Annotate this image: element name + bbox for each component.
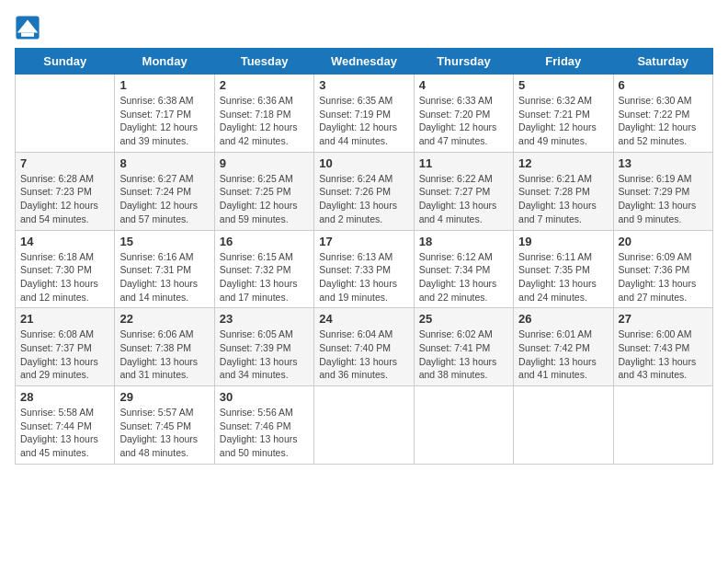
- day-number: 13: [619, 156, 708, 170]
- day-info: Sunrise: 6:15 AM Sunset: 7:32 PM Dayligh…: [220, 250, 309, 304]
- day-cell: 26Sunrise: 6:01 AM Sunset: 7:42 PM Dayli…: [514, 308, 613, 386]
- day-number: 12: [518, 156, 608, 170]
- day-info: Sunrise: 6:04 AM Sunset: 7:40 PM Dayligh…: [319, 327, 408, 382]
- day-cell: 13Sunrise: 6:19 AM Sunset: 7:29 PM Dayli…: [613, 152, 712, 230]
- calendar-body: 1Sunrise: 6:38 AM Sunset: 7:17 PM Daylig…: [16, 75, 713, 465]
- day-cell: 17Sunrise: 6:13 AM Sunset: 7:33 PM Dayli…: [314, 230, 414, 308]
- day-number: 22: [119, 312, 209, 326]
- day-cell: 8Sunrise: 6:27 AM Sunset: 7:24 PM Daylig…: [115, 152, 214, 230]
- day-info: Sunrise: 6:19 AM Sunset: 7:29 PM Dayligh…: [619, 172, 708, 226]
- day-cell: 6Sunrise: 6:30 AM Sunset: 7:22 PM Daylig…: [613, 75, 712, 153]
- day-number: 30: [220, 390, 309, 404]
- day-info: Sunrise: 6:08 AM Sunset: 7:37 PM Dayligh…: [20, 327, 109, 382]
- day-cell: 15Sunrise: 6:16 AM Sunset: 7:31 PM Dayli…: [115, 230, 214, 308]
- day-info: Sunrise: 6:16 AM Sunset: 7:31 PM Dayligh…: [119, 250, 209, 304]
- day-number: 29: [119, 390, 209, 404]
- day-info: Sunrise: 6:24 AM Sunset: 7:26 PM Dayligh…: [319, 172, 408, 226]
- day-info: Sunrise: 6:27 AM Sunset: 7:24 PM Dayligh…: [119, 172, 209, 226]
- day-info: Sunrise: 6:25 AM Sunset: 7:25 PM Dayligh…: [220, 172, 309, 226]
- day-number: 18: [419, 235, 508, 248]
- day-number: 16: [220, 235, 309, 248]
- day-info: Sunrise: 6:06 AM Sunset: 7:38 PM Dayligh…: [119, 327, 209, 382]
- day-cell: 16Sunrise: 6:15 AM Sunset: 7:32 PM Dayli…: [214, 230, 313, 308]
- day-cell: 30Sunrise: 5:56 AM Sunset: 7:46 PM Dayli…: [214, 386, 313, 465]
- day-info: Sunrise: 6:33 AM Sunset: 7:20 PM Dayligh…: [419, 94, 508, 148]
- day-cell: 14Sunrise: 6:18 AM Sunset: 7:30 PM Dayli…: [16, 230, 115, 308]
- day-cell: 11Sunrise: 6:22 AM Sunset: 7:27 PM Dayli…: [414, 152, 513, 230]
- day-cell: [414, 386, 513, 465]
- day-cell: [314, 386, 414, 465]
- day-info: Sunrise: 6:02 AM Sunset: 7:41 PM Dayligh…: [419, 327, 508, 382]
- day-cell: 27Sunrise: 6:00 AM Sunset: 7:43 PM Dayli…: [613, 308, 712, 386]
- day-number: 17: [319, 235, 408, 248]
- day-info: Sunrise: 6:09 AM Sunset: 7:36 PM Dayligh…: [619, 250, 708, 304]
- week-row-2: 7Sunrise: 6:28 AM Sunset: 7:23 PM Daylig…: [16, 152, 713, 230]
- column-header-saturday: Saturday: [613, 49, 712, 75]
- day-cell: 3Sunrise: 6:35 AM Sunset: 7:19 PM Daylig…: [314, 75, 414, 153]
- day-cell: 4Sunrise: 6:33 AM Sunset: 7:20 PM Daylig…: [414, 75, 513, 153]
- day-number: 23: [220, 312, 309, 326]
- day-info: Sunrise: 6:18 AM Sunset: 7:30 PM Dayligh…: [20, 250, 109, 304]
- column-header-wednesday: Wednesday: [314, 49, 414, 75]
- day-info: Sunrise: 5:56 AM Sunset: 7:46 PM Dayligh…: [220, 406, 309, 460]
- day-info: Sunrise: 6:28 AM Sunset: 7:23 PM Dayligh…: [20, 172, 109, 226]
- day-cell: 29Sunrise: 5:57 AM Sunset: 7:45 PM Dayli…: [115, 386, 214, 465]
- week-row-3: 14Sunrise: 6:18 AM Sunset: 7:30 PM Dayli…: [16, 230, 713, 308]
- column-header-friday: Friday: [514, 49, 613, 75]
- day-number: 20: [619, 235, 708, 248]
- day-cell: 9Sunrise: 6:25 AM Sunset: 7:25 PM Daylig…: [214, 152, 313, 230]
- day-cell: 19Sunrise: 6:11 AM Sunset: 7:35 PM Dayli…: [514, 230, 613, 308]
- day-cell: 20Sunrise: 6:09 AM Sunset: 7:36 PM Dayli…: [613, 230, 712, 308]
- day-cell: [514, 386, 613, 465]
- calendar-header: SundayMondayTuesdayWednesdayThursdayFrid…: [16, 49, 713, 75]
- day-cell: 2Sunrise: 6:36 AM Sunset: 7:18 PM Daylig…: [214, 75, 313, 153]
- day-number: 1: [119, 78, 209, 92]
- day-info: Sunrise: 6:21 AM Sunset: 7:28 PM Dayligh…: [518, 172, 608, 226]
- day-info: Sunrise: 6:01 AM Sunset: 7:42 PM Dayligh…: [518, 327, 608, 382]
- day-cell: [16, 75, 115, 153]
- day-cell: 10Sunrise: 6:24 AM Sunset: 7:26 PM Dayli…: [314, 152, 414, 230]
- day-number: 19: [518, 235, 608, 248]
- week-row-4: 21Sunrise: 6:08 AM Sunset: 7:37 PM Dayli…: [16, 308, 713, 386]
- day-number: 21: [20, 312, 109, 326]
- column-header-tuesday: Tuesday: [214, 49, 313, 75]
- day-info: Sunrise: 6:38 AM Sunset: 7:17 PM Dayligh…: [119, 94, 209, 148]
- day-cell: 23Sunrise: 6:05 AM Sunset: 7:39 PM Dayli…: [214, 308, 313, 386]
- day-number: 15: [119, 235, 209, 248]
- page-header: [15, 15, 713, 40]
- day-cell: 21Sunrise: 6:08 AM Sunset: 7:37 PM Dayli…: [16, 308, 115, 386]
- day-cell: 25Sunrise: 6:02 AM Sunset: 7:41 PM Dayli…: [414, 308, 513, 386]
- day-info: Sunrise: 6:12 AM Sunset: 7:34 PM Dayligh…: [419, 250, 508, 304]
- day-number: 3: [319, 78, 408, 92]
- day-cell: 1Sunrise: 6:38 AM Sunset: 7:17 PM Daylig…: [115, 75, 214, 153]
- day-number: 6: [619, 78, 708, 92]
- day-info: Sunrise: 6:13 AM Sunset: 7:33 PM Dayligh…: [319, 250, 408, 304]
- day-info: Sunrise: 6:32 AM Sunset: 7:21 PM Dayligh…: [518, 94, 608, 148]
- logo-icon: [15, 15, 40, 40]
- day-number: 14: [20, 235, 109, 248]
- week-row-5: 28Sunrise: 5:58 AM Sunset: 7:44 PM Dayli…: [16, 386, 713, 465]
- day-number: 26: [518, 312, 608, 326]
- day-cell: 7Sunrise: 6:28 AM Sunset: 7:23 PM Daylig…: [16, 152, 115, 230]
- day-cell: 22Sunrise: 6:06 AM Sunset: 7:38 PM Dayli…: [115, 308, 214, 386]
- logo: [15, 15, 44, 40]
- day-number: 25: [419, 312, 508, 326]
- day-number: 24: [319, 312, 408, 326]
- day-number: 5: [518, 78, 608, 92]
- day-number: 4: [419, 78, 508, 92]
- day-number: 7: [20, 156, 109, 170]
- day-info: Sunrise: 6:35 AM Sunset: 7:19 PM Dayligh…: [319, 94, 408, 148]
- day-info: Sunrise: 6:05 AM Sunset: 7:39 PM Dayligh…: [220, 327, 309, 382]
- column-header-thursday: Thursday: [414, 49, 513, 75]
- day-number: 28: [20, 390, 109, 404]
- day-info: Sunrise: 6:00 AM Sunset: 7:43 PM Dayligh…: [619, 327, 708, 382]
- column-header-sunday: Sunday: [16, 49, 115, 75]
- svg-rect-2: [21, 33, 34, 37]
- day-number: 2: [220, 78, 309, 92]
- day-number: 10: [319, 156, 408, 170]
- day-info: Sunrise: 5:57 AM Sunset: 7:45 PM Dayligh…: [119, 406, 209, 460]
- day-info: Sunrise: 6:36 AM Sunset: 7:18 PM Dayligh…: [220, 94, 309, 148]
- week-row-1: 1Sunrise: 6:38 AM Sunset: 7:17 PM Daylig…: [16, 75, 713, 153]
- day-cell: 28Sunrise: 5:58 AM Sunset: 7:44 PM Dayli…: [16, 386, 115, 465]
- calendar-table: SundayMondayTuesdayWednesdayThursdayFrid…: [15, 48, 713, 465]
